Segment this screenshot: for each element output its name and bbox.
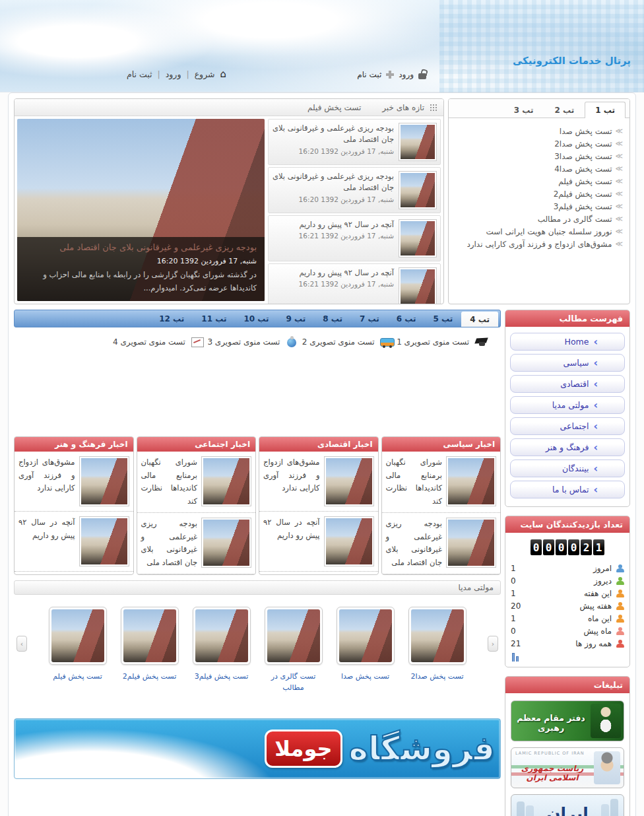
top-nav: شروع ورود ثبت نام (127, 69, 226, 79)
media-thumbnail[interactable]: تست پخش صدا (335, 607, 396, 693)
media-thumbnail[interactable]: تست پخش فیلم (48, 607, 108, 693)
side-link[interactable]: مشوق‌های ازدواج و فرزند آوری کارایی ندار… (467, 240, 612, 249)
visitor-counter: 0 0 0 0 2 1 (511, 539, 624, 555)
carousel-next-button[interactable] (488, 636, 498, 652)
news-item-title[interactable]: بودجه ریزی غیرعلمی و غیرقانونی بلای جان … (272, 123, 394, 146)
side-link[interactable]: تست پخش فیلم2 (554, 189, 612, 199)
menu-pill[interactable]: بینندگان (510, 459, 625, 477)
ad-banner[interactable]: دفتر مقام معظم رهبری (511, 700, 624, 741)
news-list-item[interactable]: آنچه در سال ۹۲ پیش رو داریم شنبه, 17 فرو… (268, 263, 441, 304)
nav-home-link[interactable]: شروع (195, 69, 215, 79)
side-link[interactable]: تست پخش فیلم (558, 177, 612, 186)
contents-menu-title: فهرست مطالب (505, 310, 629, 327)
slideshow[interactable]: بودجه ریزی غیرعلمی و غیرقانونی بلای جان … (17, 119, 265, 301)
news-box-item[interactable]: مشوق‌های ازدواج و فرزند آوری کارایی ندار… (259, 452, 378, 512)
main-tab[interactable]: تب 11 (193, 310, 235, 327)
news-box-item-text[interactable]: شورای نگهبان برمنابع مالی کاندیداها نظار… (386, 456, 443, 508)
nav-register-link[interactable]: ثبت نام (127, 69, 152, 79)
news-box: اخبار اجتماعی شورای نگهبان برمنابع مالی … (137, 436, 257, 575)
news-box-item-text[interactable]: بودجه ریزی غیرعلمی و غیرقانونی بلای جان … (386, 518, 443, 569)
side-link[interactable]: تست گالری در مطالب (538, 215, 612, 224)
side-link[interactable]: تست پخش صدا4 (554, 164, 612, 174)
side-tab[interactable]: تب 1 (585, 102, 626, 118)
nav-login-link[interactable]: ورود (166, 69, 181, 79)
news-list-item[interactable]: بودجه ریزی غیرعلمی و غیرقانونی بلای جان … (268, 119, 441, 165)
news-box-item[interactable]: آنچه در سال ۹۲ پیش رو داریم (15, 512, 133, 572)
news-list-item[interactable]: آنچه در سال ۹۲ پیش رو داریم شنبه, 17 فرو… (268, 215, 441, 261)
news-box-item-text[interactable]: آنچه در سال ۹۲ پیش رو داریم (18, 516, 75, 566)
media-caption[interactable]: تست پخش صدا (335, 671, 396, 683)
slideshow-caption: بودجه ریزی غیرعلمی و غیرقانونی بلای جان … (17, 237, 265, 301)
media-caption[interactable]: تست گالری در مطالب (263, 671, 324, 693)
slide-title[interactable]: بودجه ریزی غیرعلمی و غیرقانونی بلای جان … (25, 242, 257, 252)
news-item-title[interactable]: آنچه در سال ۹۲ پیش رو داریم (299, 267, 394, 279)
main-tab[interactable]: تب 5 (425, 310, 462, 327)
menu-pill[interactable]: اجتماعی (510, 417, 625, 435)
news-box-item[interactable]: آنچه در سال ۹۲ پیش رو داریم (259, 512, 378, 572)
media-caption[interactable]: تست پخش فیلم (48, 671, 108, 683)
menu-pill[interactable]: سیاسی (510, 354, 625, 372)
image-menu-item[interactable]: تست منوی تصویری 4 (113, 336, 207, 348)
news-item-title[interactable]: بودجه ریزی غیرعلمی و غیرقانونی بلای جان … (272, 171, 394, 194)
tab-video-test[interactable]: تست پخش فیلم (307, 103, 361, 112)
stat-row: این ماه 1 (511, 612, 624, 625)
ad-banner[interactable]: LAMIC REPUBLIC OF IRAN ریاست جمهوری اسلا… (511, 747, 624, 788)
main-tab[interactable]: تب 12 (150, 310, 193, 327)
media-caption[interactable]: تست پخش فیلم2 (119, 671, 180, 683)
media-thumbnail[interactable]: تست گالری در مطالب (263, 607, 324, 693)
menu-pill[interactable]: مولتی مدیا (510, 396, 625, 414)
register-link[interactable]: ثبت نام (357, 70, 381, 79)
news-box-item-text[interactable]: بودجه ریزی غیرعلمی و غیرقانونی بلای جان … (141, 518, 198, 569)
media-thumbnail[interactable]: تست پخش فیلم3 (191, 607, 252, 693)
side-tab[interactable]: تب 2 (544, 102, 585, 118)
side-link[interactable]: تست پخش فیلم3 (554, 202, 612, 211)
carousel-prev-button[interactable] (16, 636, 27, 652)
main-tab[interactable]: تب 6 (388, 310, 425, 327)
joomla-shop-banner[interactable]: فروشگاه جوملا (14, 718, 501, 779)
news-box-item-text[interactable]: آنچه در سال ۹۲ پیش رو داریم (263, 516, 320, 566)
image-menu-item[interactable]: تست منوی تصویری 1 (397, 336, 490, 348)
news-box-item[interactable]: بودجه ریزی غیرعلمی و غیرقانونی بلای جان … (137, 513, 256, 574)
main-tab[interactable]: تب 10 (235, 310, 277, 327)
multimedia-module: مولتی مدیا تست پخش صدا2 (14, 580, 501, 697)
image-menu-item[interactable]: تست منوی تصویری 3 (207, 336, 301, 348)
media-thumbnail[interactable]: تست پخش صدا2 (407, 607, 468, 693)
ad-banner[interactable]: ایران (511, 794, 624, 816)
thumbnail-frame (399, 123, 437, 161)
main-tab[interactable]: تب 4 (461, 312, 498, 327)
news-list-item[interactable]: بودجه ریزی غیرعلمی و غیرقانونی بلای جان … (268, 167, 441, 213)
news-box-item[interactable]: بودجه ریزی غیرعلمی و غیرقانونی بلای جان … (382, 513, 501, 574)
tab-latest-news[interactable]: تازه های خبر (382, 103, 424, 112)
media-image (51, 609, 104, 662)
thumbnail-frame (446, 518, 496, 568)
media-image (267, 609, 320, 662)
side-links-list: تست پخش صدا تست پخش صدا2 تست پخش صدا3 (449, 118, 629, 257)
side-link[interactable]: تست پخش صدا (560, 127, 612, 136)
menu-pill[interactable]: Home (510, 333, 625, 351)
menu-pill[interactable]: فرهنگ و هنر (510, 438, 625, 456)
news-item-title[interactable]: آنچه در سال ۹۲ پیش رو داریم (299, 219, 394, 230)
main-tab[interactable]: تب 7 (351, 310, 388, 327)
side-link[interactable]: تست پخش صدا3 (554, 152, 612, 161)
side-tab[interactable]: تب 3 (503, 102, 544, 118)
bar-chart-icon[interactable] (512, 653, 519, 662)
news-box-item-text[interactable]: شورای نگهبان برمنابع مالی کاندیداها نظار… (141, 456, 198, 508)
media-thumbnail[interactable]: تست پخش فیلم2 (119, 607, 180, 693)
news-box-item[interactable]: شورای نگهبان برمنابع مالی کاندیداها نظار… (382, 452, 501, 513)
side-link[interactable]: تست پخش صدا2 (554, 139, 612, 149)
news-box-item[interactable]: مشوق‌های ازدواج و فرزند آوری کارایی ندار… (15, 452, 133, 512)
thumbnail-frame (193, 607, 251, 665)
news-box-item-text[interactable]: مشوق‌های ازدواج و فرزند آوری کارایی ندار… (263, 456, 320, 506)
login-link[interactable]: ورود (399, 70, 414, 79)
news-box-item[interactable]: شورای نگهبان برمنابع مالی کاندیداها نظار… (137, 452, 256, 513)
menu-pill[interactable]: تماس با ما (510, 481, 625, 498)
menu-pill[interactable]: اقتصادی (510, 375, 625, 393)
menu-pill-label: بینندگان (562, 463, 589, 473)
media-caption[interactable]: تست پخش فیلم3 (191, 671, 252, 683)
main-tab[interactable]: تب 8 (314, 310, 351, 327)
news-box-item-text[interactable]: مشوق‌های ازدواج و فرزند آوری کارایی ندار… (18, 456, 75, 506)
side-link[interactable]: نوروز سلسله جنبان هویت ایرانی است (486, 227, 612, 236)
image-menu-item[interactable]: تست منوی تصویری 2 (302, 336, 396, 348)
main-tab[interactable]: تب 9 (278, 310, 315, 327)
media-caption[interactable]: تست پخش صدا2 (407, 671, 468, 683)
